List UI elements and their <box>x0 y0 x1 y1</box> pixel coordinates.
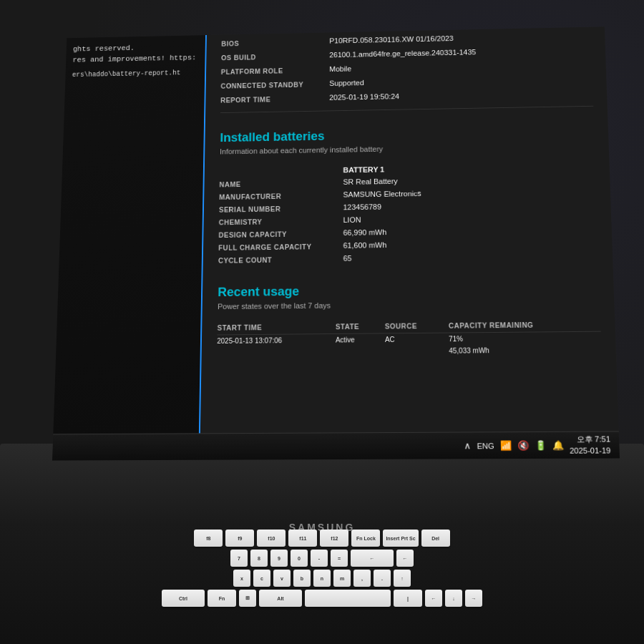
battery-name-label: NAME <box>219 178 343 189</box>
terminal-line-2: res and improvements! https: <box>72 52 198 65</box>
keyboard-row-1: f8 f9 f10 f11 f12 Fn Lock Insert Prt Sc … <box>14 530 630 547</box>
battery-design-cap-label: DESIGN CAPACITY <box>218 229 343 239</box>
keyboard: f8 f9 f10 f11 f12 Fn Lock Insert Prt Sc … <box>14 530 630 637</box>
taskbar-date: 2025-01-19 <box>570 445 611 457</box>
key-arrow-left[interactable]: ← <box>396 550 414 567</box>
connected-standby-label: CONNECTED STANDBY <box>220 79 329 90</box>
usage-row-2-state <box>336 346 385 358</box>
recent-usage-title: Recent usage <box>218 281 600 300</box>
battery-cycle-label: CYCLE COUNT <box>218 254 343 264</box>
key-alt[interactable]: Alt <box>259 590 302 607</box>
key-fn-lock[interactable]: Fn Lock <box>351 530 380 547</box>
key-space[interactable] <box>305 590 391 607</box>
key-f10[interactable]: f10 <box>257 530 286 547</box>
battery-col-header: BATTERY 1 <box>343 164 468 174</box>
laptop-body: SAMSUNG f8 f9 f10 f11 f12 Fn Lock Insert… <box>0 444 644 644</box>
battery-chemistry-label: CHEMISTRY <box>219 216 343 226</box>
battery-chemistry-value: LION <box>343 213 597 225</box>
system-info-section: BIOS P10RFD.058.230116.XW 01/16/2023 OS … <box>220 30 593 109</box>
col-state: STATE <box>336 320 385 333</box>
battery-full-cap-value: 61,600 mWh <box>343 238 598 250</box>
usage-row-1-start: 2025-01-13 13:07:06 <box>217 333 336 346</box>
key-arrow-up[interactable]: ↑ <box>394 570 411 587</box>
key-c[interactable]: c <box>253 570 270 587</box>
key-0[interactable]: 0 <box>291 550 308 567</box>
key-f8[interactable]: f8 <box>194 530 223 547</box>
recent-usage-section: Recent usage Power states over the last … <box>217 281 602 358</box>
taskbar-lang[interactable]: ENG <box>477 441 494 450</box>
usage-table: START TIME STATE SOURCE CAPACITY REMAINI… <box>217 318 602 358</box>
key-backspace[interactable]: ← <box>351 550 394 567</box>
key-v[interactable]: v <box>273 570 291 587</box>
col-start-time: START TIME <box>218 321 336 335</box>
key-f9[interactable]: f9 <box>225 530 254 547</box>
key-eq[interactable]: = <box>331 550 348 567</box>
usage-row-1-capacity: 71% <box>449 331 601 345</box>
key-arrow-right[interactable]: → <box>465 590 482 607</box>
keyboard-row-2: 7 8 9 0 - = ← ← <box>14 550 630 567</box>
taskbar-time: 오후 7:51 <box>569 434 610 446</box>
key-f12[interactable]: f12 <box>320 530 348 547</box>
os-build-label: OS BUILD <box>221 51 329 62</box>
key-9[interactable]: 9 <box>270 550 288 567</box>
key-bar[interactable]: | <box>394 590 422 607</box>
key-ctrl[interactable]: Ctrl <box>162 590 205 607</box>
col-source: SOURCE <box>385 319 449 333</box>
terminal-path: ers\haddo\battery-report.ht <box>72 68 198 80</box>
usage-row-1-source: AC <box>385 333 449 346</box>
col-capacity-remaining: CAPACITY REMAINING <box>449 318 601 333</box>
usage-row-2: 45,033 mWh <box>217 343 602 358</box>
bios-value: P10RFD.058.230116.XW 01/16/2023 <box>329 31 591 44</box>
key-8[interactable]: 8 <box>250 550 268 567</box>
battery-manufacturer-value: SAMSUNG Electronics <box>343 187 596 199</box>
key-comma[interactable]: , <box>353 570 371 587</box>
notification-icon[interactable]: 🔔 <box>552 440 564 451</box>
key-minus[interactable]: - <box>311 550 328 567</box>
key-m[interactable]: m <box>333 570 351 587</box>
key-win[interactable]: ⊞ <box>239 590 256 607</box>
key-7[interactable]: 7 <box>230 550 248 567</box>
key-x[interactable]: x <box>233 570 250 587</box>
key-arrow-down[interactable]: ↓ <box>445 590 462 607</box>
report-time-label: REPORT TIME <box>220 94 329 104</box>
key-n[interactable]: n <box>313 570 331 587</box>
usage-row-1-state: Active <box>336 333 385 346</box>
battery-manufacturer-label: MANUFACTURER <box>219 190 343 201</box>
battery-design-cap-value: 66,990 mWh <box>343 225 598 238</box>
battery-full-cap-label: FULL CHARGE CAPACITY <box>218 241 343 251</box>
battery-serial-label: SERIAL NUMBER <box>219 203 343 214</box>
battery-empty-label <box>220 166 343 176</box>
screen: ghts reserved. res and improvements! htt… <box>52 26 620 460</box>
key-fn[interactable]: Fn <box>208 590 236 607</box>
battery-icon[interactable]: 🔋 <box>535 440 547 451</box>
keyboard-row-4: Ctrl Fn ⊞ Alt | ← ↓ → <box>14 590 630 607</box>
key-del[interactable]: Del <box>421 530 450 547</box>
key-period[interactable]: . <box>374 570 391 587</box>
battery-cycle-value: 65 <box>343 251 599 263</box>
usage-row-2-start <box>217 346 336 358</box>
wifi-icon[interactable]: 📶 <box>499 440 511 451</box>
right-panel-report: BIOS P10RFD.058.230116.XW 01/16/2023 OS … <box>201 26 620 459</box>
key-arrow-left2[interactable]: ← <box>425 590 442 607</box>
terminal-content: ghts reserved. res and improvements! htt… <box>72 42 199 79</box>
taskbar-time-block[interactable]: 오후 7:51 2025-01-19 <box>569 434 610 457</box>
screen-wrapper: ghts reserved. res and improvements! htt… <box>47 21 626 467</box>
key-b[interactable]: b <box>293 570 311 587</box>
platform-role-label: PLATFORM ROLE <box>221 65 330 76</box>
key-f11[interactable]: f11 <box>288 530 317 547</box>
battery-table: BATTERY 1 NAME SR Real Battery MANUFACTU… <box>218 160 599 267</box>
taskbar: ∧ ENG 📶 🔇 🔋 🔔 오후 7:51 2025-01-19 <box>52 431 620 460</box>
usage-row-2-capacity: 45,033 mWh <box>449 343 602 356</box>
installed-batteries-section: Installed batteries Information about ea… <box>218 125 599 267</box>
recent-usage-subtitle: Power states over the last 7 days <box>218 298 600 311</box>
keyboard-row-3: x c v b n m , . ↑ <box>14 570 630 587</box>
left-panel-terminal: ghts reserved. res and improvements! htt… <box>52 35 207 461</box>
volume-icon[interactable]: 🔇 <box>517 440 530 451</box>
chevron-up-icon[interactable]: ∧ <box>464 440 471 451</box>
key-insert[interactable]: Insert Prt Sc <box>383 530 418 547</box>
usage-row-2-source <box>385 345 449 357</box>
battery-serial-value: 123456789 <box>343 200 597 212</box>
bios-label: BIOS <box>221 37 329 48</box>
